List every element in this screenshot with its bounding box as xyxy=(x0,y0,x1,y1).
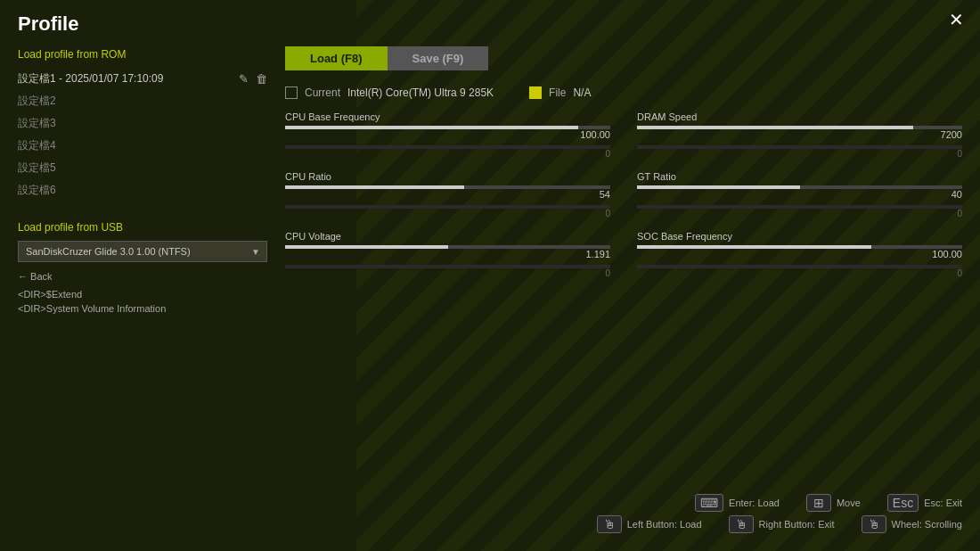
slider-min-1: 0 xyxy=(957,149,962,159)
slider-min-5: 0 xyxy=(957,268,962,278)
slider-fill-4 xyxy=(285,245,448,249)
slider-track-3[interactable] xyxy=(637,185,962,189)
back-link[interactable]: ← Back xyxy=(18,271,267,282)
slider-track-4[interactable] xyxy=(285,245,610,249)
slider-track-0[interactable] xyxy=(285,126,610,129)
slider-fill-3 xyxy=(637,185,800,189)
current-info: Current Intel(R) Core(TM) Ultra 9 285K xyxy=(285,86,494,99)
keyboard-icon: ⌨ xyxy=(695,494,723,512)
slider-min-3: 0 xyxy=(957,209,962,218)
delete-icon[interactable]: 🗑 xyxy=(256,72,267,86)
profile-item-6[interactable]: 設定檔6 xyxy=(18,179,267,201)
slider-label-3: GT Ratio xyxy=(637,171,962,182)
usb-dropdown-wrapper: SanDiskCruzer Glide 3.0 1.00 (NTFS) ▼ xyxy=(18,241,267,262)
profile-name-1: 設定檔1 - 2025/01/07 17:10:09 xyxy=(18,71,163,86)
slider-fill-0 xyxy=(285,126,578,129)
slider-soc-base-freq: SOC Base Frequency 100.00 0 xyxy=(637,231,962,278)
bottom-section: ⌨ Enter: Load ⊞ Move Esc Esc: Exit 🖱 xyxy=(285,492,962,542)
move-icon: ⊞ xyxy=(806,494,831,512)
slider-value-1: 7200 xyxy=(941,129,962,140)
shortcut-move-label: Move xyxy=(837,498,861,508)
shortcut-right-btn: 🖱 Right Button: Exit xyxy=(729,515,835,533)
rom-section-label: Load profile from ROM xyxy=(18,48,267,61)
profile-item-5[interactable]: 設定檔5 xyxy=(18,157,267,179)
slider-cpu-ratio: CPU Ratio 54 0 xyxy=(285,171,610,218)
slider-cpu-base-freq: CPU Base Frequency 100.00 0 xyxy=(285,111,610,159)
mouse-left-icon: 🖱 xyxy=(597,515,622,533)
shortcut-esc: Esc Esc: Exit xyxy=(887,494,962,512)
profile-item-2[interactable]: 設定檔2 xyxy=(18,90,267,112)
mouse-wheel-icon: 🖱 xyxy=(862,515,886,533)
slider-gt-ratio: GT Ratio 40 0 xyxy=(637,171,962,218)
file-checkbox xyxy=(529,86,542,99)
slider-label-4: CPU Voltage xyxy=(285,231,610,242)
current-label: Current xyxy=(305,86,340,99)
current-checkbox xyxy=(285,86,298,99)
shortcuts-row1: ⌨ Enter: Load ⊞ Move Esc Esc: Exit xyxy=(695,492,962,514)
slider-label-1: DRAM Speed xyxy=(637,111,962,122)
dir-item-1[interactable]: <DIR>$Extend xyxy=(18,287,267,301)
file-value: N/A xyxy=(573,86,591,99)
slider-track-5[interactable] xyxy=(637,245,962,249)
close-button[interactable]: ✕ xyxy=(949,11,964,29)
slider-fill-2 xyxy=(285,185,464,189)
slider-track-2[interactable] xyxy=(285,185,610,189)
mouse-right-icon: 🖱 xyxy=(729,515,754,533)
page-title: Profile xyxy=(18,12,78,36)
info-row: Current Intel(R) Core(TM) Ultra 9 285K F… xyxy=(285,86,962,99)
shortcut-enter-label: Enter: Load xyxy=(729,498,780,508)
save-button[interactable]: Save (F9) xyxy=(388,46,489,70)
current-value: Intel(R) Core(TM) Ultra 9 285K xyxy=(347,86,494,99)
usb-section-label: Load profile from USB xyxy=(18,221,267,234)
shortcut-move: ⊞ Move xyxy=(806,494,861,512)
profile-item-3[interactable]: 設定檔3 xyxy=(18,112,267,135)
file-label: File xyxy=(549,86,566,99)
slider-cpu-voltage: CPU Voltage 1.191 0 xyxy=(285,231,610,278)
shortcuts-row2: 🖱 Left Button: Load 🖱 Right Button: Exit… xyxy=(597,514,962,535)
shortcut-right-label: Right Button: Exit xyxy=(759,519,835,530)
profile-item-1[interactable]: 設定檔1 - 2025/01/07 17:10:09 ✎ 🗑 xyxy=(18,68,267,90)
shortcut-wheel-label: Wheel: Scrolling xyxy=(892,519,962,530)
dir-item-2[interactable]: <DIR>System Volume Information xyxy=(18,301,267,316)
left-panel: Load profile from ROM 設定檔1 - 2025/01/07 … xyxy=(18,45,267,542)
profile-item-4[interactable]: 設定檔4 xyxy=(18,135,267,157)
load-button[interactable]: Load (F8) xyxy=(285,46,388,70)
usb-device-select[interactable]: SanDiskCruzer Glide 3.0 1.00 (NTFS) xyxy=(18,241,267,262)
esc-icon: Esc xyxy=(887,494,919,512)
file-info: File N/A xyxy=(529,86,591,99)
shortcut-left-btn: 🖱 Left Button: Load xyxy=(597,515,702,533)
shortcut-esc-label: Esc: Exit xyxy=(924,498,962,508)
shortcut-enter: ⌨ Enter: Load xyxy=(695,494,780,512)
slider-label-5: SOC Base Frequency xyxy=(637,231,962,242)
slider-value-0: 100.00 xyxy=(580,129,610,140)
slider-fill-5 xyxy=(637,245,871,249)
shortcut-left-label: Left Button: Load xyxy=(627,519,702,530)
slider-min-2: 0 xyxy=(605,209,610,218)
usb-section: Load profile from USB SanDiskCruzer Glid… xyxy=(18,218,267,316)
slider-min-4: 0 xyxy=(605,268,610,278)
edit-icon[interactable]: ✎ xyxy=(239,72,249,86)
slider-track-1[interactable] xyxy=(637,126,962,129)
slider-label-0: CPU Base Frequency xyxy=(285,111,610,122)
slider-min-0: 0 xyxy=(605,149,610,159)
right-panel: Load (F8) Save (F9) Current Intel(R) Cor… xyxy=(285,45,962,542)
slider-value-3: 40 xyxy=(951,189,962,200)
toolbar: Load (F8) Save (F9) xyxy=(285,46,962,70)
slider-value-5: 100.00 xyxy=(932,249,962,259)
slider-label-2: CPU Ratio xyxy=(285,171,610,182)
slider-fill-1 xyxy=(637,126,913,129)
slider-value-4: 1.191 xyxy=(585,249,610,259)
sliders-grid: CPU Base Frequency 100.00 0 DRAM Speed xyxy=(285,111,962,278)
slider-dram-speed: DRAM Speed 7200 0 xyxy=(637,111,962,159)
shortcut-wheel: 🖱 Wheel: Scrolling xyxy=(862,515,962,533)
slider-value-2: 54 xyxy=(600,189,610,200)
